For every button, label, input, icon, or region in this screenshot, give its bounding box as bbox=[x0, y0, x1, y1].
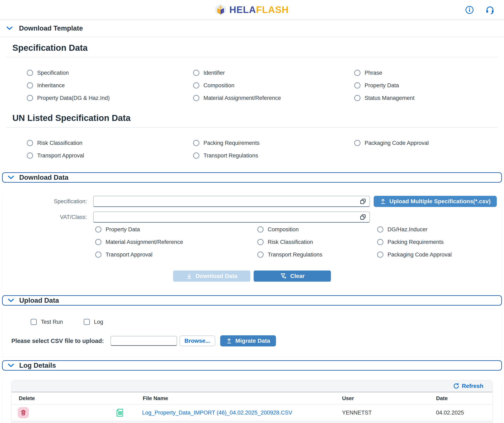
delete-button[interactable] bbox=[18, 407, 29, 418]
radio-icon[interactable] bbox=[27, 82, 33, 88]
log-table: Refresh Delete File Name User Date bbox=[11, 380, 493, 423]
radio-option-property-data[interactable]: Property Data bbox=[354, 82, 504, 89]
radio-icon[interactable] bbox=[377, 252, 383, 258]
radio-option-transport-approval[interactable]: Transport Approval bbox=[95, 251, 257, 258]
radio-icon[interactable] bbox=[354, 70, 360, 76]
upload-multiple-specifications-button[interactable]: Upload Multiple Specifications(*.csv) bbox=[374, 196, 497, 207]
column-header-file-name: File Name bbox=[103, 395, 342, 402]
section-download-template-header[interactable]: Download Template bbox=[0, 20, 504, 37]
column-header-delete: Delete bbox=[12, 395, 103, 402]
radio-option-identifier[interactable]: Identifier bbox=[193, 69, 354, 76]
radio-icon[interactable] bbox=[377, 226, 383, 233]
radio-icon[interactable] bbox=[193, 140, 199, 146]
radio-icon[interactable] bbox=[193, 95, 199, 101]
radio-option-property-data-dg[interactable]: Property Data(DG & Haz.Ind) bbox=[27, 94, 193, 101]
radio-icon[interactable] bbox=[193, 82, 199, 88]
radio-icon[interactable] bbox=[257, 252, 264, 258]
section-download-data-header[interactable]: Download Data bbox=[2, 172, 502, 183]
radio-icon[interactable] bbox=[193, 70, 199, 76]
radio-icon[interactable] bbox=[257, 226, 264, 233]
radio-option-label: Transport Regulations bbox=[268, 252, 322, 258]
radio-option-packaging-code-approval[interactable]: Packaging Code Approval bbox=[377, 251, 502, 258]
info-icon[interactable] bbox=[465, 6, 474, 14]
refresh-icon bbox=[453, 383, 459, 389]
section-title: Download Template bbox=[19, 24, 83, 32]
log-label: Log bbox=[94, 319, 103, 325]
radio-icon[interactable] bbox=[354, 140, 360, 146]
csv-file-icon bbox=[115, 408, 125, 418]
vat-class-input-wrap bbox=[93, 212, 370, 223]
migrate-button-label: Migrate Data bbox=[235, 338, 270, 344]
csv-file-input[interactable] bbox=[110, 336, 177, 346]
radio-option-dg-haz-inducer[interactable]: DG/Haz.Inducer bbox=[377, 226, 502, 233]
download-data-body: Specification: Upload Multiple Specifica… bbox=[2, 196, 502, 292]
test-run-checkbox-item[interactable]: Test Run bbox=[30, 318, 63, 325]
radio-icon[interactable] bbox=[27, 70, 33, 76]
trash-icon bbox=[20, 409, 27, 416]
radio-icon[interactable] bbox=[257, 239, 264, 245]
radio-option-label: Packing Requirements bbox=[204, 140, 260, 146]
section-title: Log Details bbox=[19, 362, 56, 369]
clear-button-label: Clear bbox=[290, 273, 305, 279]
download-data-button[interactable]: Download Data bbox=[173, 270, 250, 282]
radio-option-label: Status Management bbox=[365, 95, 414, 101]
radio-option-phrase[interactable]: Phrase bbox=[354, 69, 504, 76]
radio-option-status-management[interactable]: Status Management bbox=[354, 94, 504, 101]
radio-option-composition[interactable]: Composition bbox=[193, 82, 354, 89]
filter-clear-icon bbox=[280, 273, 287, 280]
radio-icon[interactable] bbox=[354, 82, 360, 88]
radio-option-specification[interactable]: Specification bbox=[27, 69, 193, 76]
radio-option-packing-requirements[interactable]: Packing Requirements bbox=[377, 239, 502, 246]
radio-option-material-assignment[interactable]: Material Assignment/Reference bbox=[95, 239, 257, 246]
radio-option-packaging-code-approval[interactable]: Packaging Code Approval bbox=[354, 140, 504, 147]
radio-option-label: Composition bbox=[204, 82, 234, 89]
radio-icon[interactable] bbox=[27, 95, 33, 101]
radio-icon[interactable] bbox=[95, 252, 102, 258]
brand-hela: HELA bbox=[229, 4, 256, 15]
radio-option-material-assignment[interactable]: Material Assignment/Reference bbox=[193, 94, 354, 101]
radio-option-label: Specification bbox=[37, 70, 69, 76]
refresh-button[interactable]: Refresh bbox=[453, 383, 483, 389]
browse-button[interactable]: Browse... bbox=[180, 335, 215, 346]
vat-class-input[interactable] bbox=[94, 212, 360, 222]
radio-icon[interactable] bbox=[354, 95, 360, 101]
upload-icon bbox=[226, 338, 232, 344]
value-help-icon[interactable] bbox=[360, 214, 366, 220]
chevron-down-icon[interactable] bbox=[6, 26, 13, 30]
migrate-data-button[interactable]: Migrate Data bbox=[220, 335, 276, 347]
chevron-down-icon[interactable] bbox=[8, 175, 14, 180]
column-header-user: User bbox=[342, 395, 436, 402]
headset-icon[interactable] bbox=[486, 5, 494, 14]
radio-option-property-data[interactable]: Property Data bbox=[95, 226, 257, 233]
radio-icon[interactable] bbox=[27, 153, 33, 159]
radio-option-transport-regulations[interactable]: Transport Regulations bbox=[257, 251, 377, 258]
radio-icon[interactable] bbox=[27, 140, 33, 146]
specification-field-label: Specification: bbox=[2, 198, 93, 205]
radio-option-inheritance[interactable]: Inheritance bbox=[27, 82, 193, 89]
radio-option-risk-classification[interactable]: Risk Classification bbox=[257, 239, 377, 246]
radio-icon[interactable] bbox=[95, 226, 102, 233]
radio-option-composition[interactable]: Composition bbox=[257, 226, 377, 233]
chevron-down-icon[interactable] bbox=[8, 298, 14, 302]
log-file-link[interactable]: Log_Property_Data_IMPORT (46)_04.02.2025… bbox=[142, 410, 292, 416]
radio-option-transport-approval[interactable]: Transport Approval bbox=[27, 152, 193, 159]
section-upload-data-header[interactable]: Upload Data bbox=[2, 295, 502, 306]
specification-input[interactable] bbox=[94, 196, 360, 206]
clear-button[interactable]: Clear bbox=[254, 270, 331, 282]
radio-option-risk-classification[interactable]: Risk Classification bbox=[27, 140, 193, 147]
checkbox-icon[interactable] bbox=[84, 319, 90, 325]
section-log-details-header[interactable]: Log Details bbox=[2, 360, 502, 370]
radio-icon[interactable] bbox=[193, 153, 199, 159]
radio-option-transport-regulations[interactable]: Transport Regulations bbox=[193, 152, 354, 159]
radio-option-label: Material Assignment/Reference bbox=[204, 95, 281, 101]
radio-icon[interactable] bbox=[95, 239, 102, 245]
chevron-down-icon[interactable] bbox=[8, 363, 14, 368]
radio-option-packing-requirements[interactable]: Packing Requirements bbox=[193, 140, 354, 147]
radio-option-label: Property Data bbox=[365, 82, 399, 89]
radio-icon[interactable] bbox=[377, 239, 383, 245]
value-help-icon[interactable] bbox=[360, 198, 366, 205]
log-checkbox-item[interactable]: Log bbox=[84, 318, 103, 325]
download-button-label: Download Data bbox=[196, 273, 237, 279]
log-table-header-row: Delete File Name User Date bbox=[12, 392, 492, 405]
checkbox-icon[interactable] bbox=[30, 319, 37, 325]
